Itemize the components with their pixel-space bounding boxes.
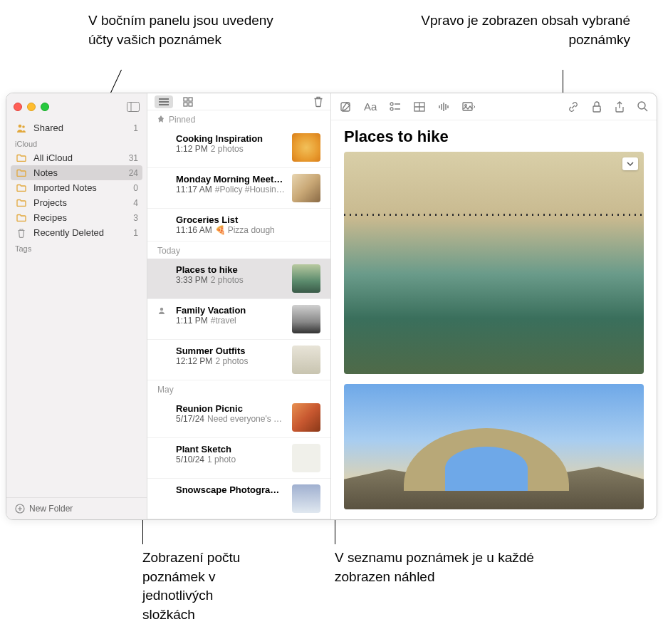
svg-point-14 — [160, 308, 163, 311]
sidebar-item-shared[interactable]: Shared 1 — [6, 120, 147, 135]
new-folder-button[interactable]: New Folder — [6, 497, 147, 519]
note-thumbnail — [292, 305, 320, 333]
svg-rect-13 — [189, 103, 192, 106]
sidebar-item-count: 4 — [133, 198, 138, 208]
traffic-lights — [14, 103, 49, 111]
sidebar-item-label: Recipes — [33, 212, 67, 223]
note-title: Snowscape Photography — [176, 484, 285, 495]
callout-folder-count: Zobrazení počtu poznámek v jednotlivých … — [142, 549, 267, 624]
note-thumbnail — [292, 174, 320, 202]
svg-rect-0 — [127, 103, 140, 112]
note-thumbnail — [292, 133, 320, 162]
notes-app-window: Shared 1 iCloud All iCloud 31 Notes 24 I… — [6, 93, 657, 520]
note-subtitle: 12:12 PM2 photos — [176, 356, 285, 366]
note-image-1 — [344, 152, 644, 374]
note-title: Places to hike — [176, 264, 285, 275]
note-subtitle: 1:11 PM#travel — [176, 316, 285, 326]
sidebar-item-count: 1 — [133, 228, 138, 238]
callout-sidebar-accounts: V bočním panelu jsou uvedeny účty vašich… — [88, 11, 288, 49]
format-icon[interactable]: Aa — [364, 100, 377, 113]
trash-icon — [15, 228, 28, 238]
folder-icon — [15, 184, 28, 192]
list-view-icon[interactable] — [155, 95, 173, 108]
share-icon[interactable] — [615, 101, 625, 113]
sidebar-item-label: Imported Notes — [33, 182, 97, 193]
note-item-vacation[interactable]: Family Vacation 1:11 PM#travel — [147, 299, 330, 340]
note-title: Summer Outfits — [176, 346, 285, 356]
note-title: Monday Morning Meeting — [176, 174, 285, 185]
svg-rect-11 — [189, 98, 192, 101]
lock-icon[interactable] — [592, 101, 602, 113]
audio-icon[interactable] — [438, 102, 449, 112]
note-item-hike[interactable]: Places to hike 3:33 PM2 photos — [147, 259, 330, 299]
search-icon[interactable] — [637, 101, 648, 112]
svg-line-32 — [644, 108, 647, 111]
folder-icon — [15, 214, 28, 222]
note-content-body[interactable] — [331, 152, 657, 519]
sidebar-item-recipes[interactable]: Recipes 3 — [6, 210, 147, 225]
note-thumbnail — [292, 444, 320, 472]
note-title: Plant Sketch — [176, 444, 285, 455]
sidebar-item-notes[interactable]: Notes 24 — [11, 165, 142, 180]
sidebar-item-imported[interactable]: Imported Notes 0 — [6, 180, 147, 195]
note-content-pane: Aa Places to hike — [331, 93, 657, 519]
note-item-meeting[interactable]: Monday Morning Meeting 11:17 AM#Policy #… — [147, 168, 330, 209]
note-title: Groceries List — [176, 214, 320, 225]
link-icon[interactable] — [568, 101, 579, 113]
table-icon[interactable] — [414, 102, 425, 112]
plus-circle-icon — [15, 504, 25, 514]
sidebar-item-all-icloud[interactable]: All iCloud 31 — [6, 150, 147, 165]
note-item-picnic[interactable]: Reunion Picnic 5/17/24Need everyone's u… — [147, 398, 330, 438]
note-item-plant[interactable]: Plant Sketch 5/10/241 photo — [147, 438, 330, 479]
note-item-outfits[interactable]: Summer Outfits 12:12 PM2 photos — [147, 340, 330, 380]
sidebar-item-count: 3 — [133, 213, 138, 223]
note-subtitle — [176, 495, 285, 505]
note-thumbnail — [292, 346, 320, 374]
zoom-window-button[interactable] — [41, 103, 49, 111]
section-may: May — [147, 380, 330, 398]
notelist-toolbar — [147, 93, 330, 110]
minimize-window-button[interactable] — [27, 103, 36, 111]
sidebar-item-count: 1 — [133, 123, 138, 133]
svg-point-31 — [638, 102, 645, 109]
sidebar-item-trash[interactable]: Recently Deleted 1 — [6, 225, 147, 240]
folder-icon — [15, 154, 28, 162]
note-subtitle: 11:17 AM#Policy #Housing… — [176, 185, 285, 194]
note-subtitle: 5/10/241 photo — [176, 455, 285, 464]
media-icon[interactable] — [462, 102, 475, 112]
checklist-icon[interactable] — [390, 102, 401, 112]
note-item-groceries[interactable]: Groceries List 11:16 AM🍕Pizza dough — [147, 209, 330, 242]
grid-view-icon[interactable] — [183, 97, 193, 107]
note-list: Pinned Cooking Inspiration 1:12 PM2 phot… — [147, 93, 331, 519]
sidebar-item-label: Notes — [33, 167, 58, 178]
sidebar-item-count: 0 — [133, 183, 138, 193]
note-subtitle: 1:12 PM2 photos — [176, 144, 285, 154]
section-today: Today — [147, 242, 330, 259]
callout-note-preview: V seznamu poznámek je u každé zobrazen n… — [335, 549, 548, 586]
sidebar: Shared 1 iCloud All iCloud 31 Notes 24 I… — [6, 93, 147, 519]
image-menu-icon[interactable] — [622, 157, 638, 170]
note-thumbnail — [292, 403, 320, 432]
pin-icon — [157, 115, 165, 124]
note-item-cooking[interactable]: Cooking Inspiration 1:12 PM2 photos — [147, 128, 330, 168]
sidebar-item-label: Projects — [33, 197, 67, 208]
folder-icon — [15, 199, 28, 207]
svg-point-3 — [22, 125, 25, 128]
note-item-snowscape[interactable]: Snowscape Photography — [147, 479, 330, 519]
delete-icon[interactable] — [313, 96, 323, 108]
svg-rect-10 — [184, 98, 187, 101]
sidebar-item-count: 24 — [129, 168, 138, 178]
note-thumbnail — [292, 264, 320, 293]
note-title: Cooking Inspiration — [176, 133, 285, 144]
pizza-icon: 🍕 — [215, 225, 226, 235]
note-thumbnail — [292, 484, 320, 513]
window-titlebar — [6, 93, 147, 120]
sidebar-section-icloud: iCloud — [6, 135, 147, 150]
compose-icon[interactable] — [340, 101, 351, 113]
sidebar-section-tags: Tags — [6, 240, 147, 255]
sidebar-toggle-icon[interactable] — [127, 102, 140, 112]
sidebar-item-projects[interactable]: Projects 4 — [6, 195, 147, 210]
close-window-button[interactable] — [14, 103, 22, 111]
shared-note-icon — [157, 305, 169, 333]
new-folder-label: New Folder — [29, 504, 73, 514]
